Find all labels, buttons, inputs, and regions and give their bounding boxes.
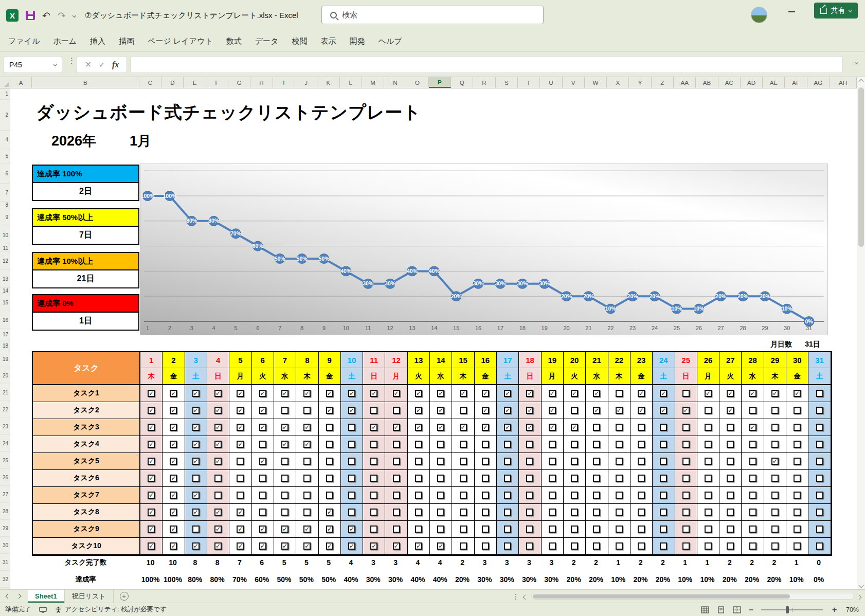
checkbox-cell[interactable]: [452, 436, 474, 453]
task-checkbox[interactable]: [660, 492, 667, 499]
checkbox-cell[interactable]: ✓: [296, 419, 318, 436]
checkbox-cell[interactable]: [408, 521, 430, 538]
checkbox-cell[interactable]: ✓: [140, 453, 163, 470]
task-checkbox[interactable]: ✓: [638, 390, 645, 397]
task-checkbox[interactable]: ✓: [281, 424, 289, 431]
day-number-cell-8[interactable]: 8: [296, 352, 318, 368]
checkbox-cell[interactable]: [363, 487, 385, 504]
day-weekday-cell-21[interactable]: 水: [586, 368, 608, 385]
task-checkbox[interactable]: [526, 526, 533, 533]
checkbox-cell[interactable]: [808, 538, 831, 555]
task-checkbox[interactable]: ✓: [237, 542, 244, 550]
task-checkbox[interactable]: [460, 458, 467, 465]
day-number-cell-20[interactable]: 20: [564, 352, 586, 368]
column-header-W[interactable]: W: [585, 77, 607, 88]
checkbox-cell[interactable]: [319, 453, 341, 470]
task-checkbox[interactable]: [192, 475, 200, 482]
row-header-26[interactable]: 26: [0, 469, 10, 486]
day-number-cell-24[interactable]: 24: [653, 352, 675, 368]
checkbox-cell[interactable]: [719, 436, 742, 453]
checkbox-cell[interactable]: [564, 487, 586, 504]
menu-tab-ホーム[interactable]: ホーム: [53, 37, 77, 46]
checkbox-cell[interactable]: [274, 504, 296, 521]
row-header-11[interactable]: 11: [0, 244, 10, 252]
checkbox-cell[interactable]: ✓: [430, 538, 452, 555]
checkbox-cell[interactable]: [207, 487, 229, 504]
task-checkbox[interactable]: [348, 458, 355, 465]
checkbox-cell[interactable]: ✓: [229, 385, 251, 402]
row-header-2[interactable]: 2: [0, 100, 10, 131]
checkbox-cell[interactable]: [385, 453, 407, 470]
task-checkbox[interactable]: [638, 424, 645, 431]
task-checkbox[interactable]: [526, 492, 533, 499]
task-checkbox[interactable]: [705, 424, 712, 431]
checkbox-cell[interactable]: [452, 470, 474, 487]
task-checkbox[interactable]: [571, 458, 578, 465]
column-header-H[interactable]: H: [250, 77, 273, 88]
task-checkbox[interactable]: ✓: [192, 390, 200, 397]
task-checkbox[interactable]: ✓: [437, 542, 444, 550]
checkbox-cell[interactable]: [430, 436, 452, 453]
checkbox-cell[interactable]: [719, 470, 742, 487]
task-checkbox[interactable]: [259, 441, 266, 448]
checkbox-cell[interactable]: [296, 402, 318, 419]
page-layout-view-icon[interactable]: [717, 606, 725, 613]
checkbox-cell[interactable]: ✓: [542, 385, 564, 402]
task-checkbox[interactable]: ✓: [348, 526, 355, 533]
task-checkbox[interactable]: [660, 458, 667, 465]
checkbox-cell[interactable]: [586, 453, 608, 470]
checkbox-cell[interactable]: [786, 470, 808, 487]
checkbox-cell[interactable]: ✓: [319, 385, 341, 402]
column-header-P[interactable]: P: [429, 77, 451, 88]
checkbox-cell[interactable]: [675, 470, 697, 487]
task-checkbox[interactable]: [348, 492, 355, 499]
task-checkbox[interactable]: [682, 492, 690, 499]
column-header-M[interactable]: M: [362, 77, 384, 88]
checkbox-cell[interactable]: [808, 487, 831, 504]
task-checkbox[interactable]: [682, 475, 690, 482]
column-header-K[interactable]: K: [317, 77, 339, 88]
task-checkbox[interactable]: [393, 475, 400, 482]
task-checkbox[interactable]: [326, 424, 333, 431]
day-weekday-cell-15[interactable]: 木: [452, 368, 474, 385]
checkbox-cell[interactable]: [341, 470, 363, 487]
checkbox-cell[interactable]: ✓: [163, 385, 185, 402]
task-checkbox[interactable]: [549, 458, 556, 465]
task-checkbox[interactable]: [638, 441, 645, 448]
task-checkbox[interactable]: ✓: [237, 407, 244, 414]
task-checkbox[interactable]: ✓: [259, 542, 266, 550]
checkbox-cell[interactable]: ✓: [207, 453, 229, 470]
task-checkbox[interactable]: [593, 526, 600, 533]
row-header-18[interactable]: 18: [0, 340, 10, 351]
checkbox-cell[interactable]: [719, 538, 742, 555]
checkbox-cell[interactable]: [341, 436, 363, 453]
task-checkbox[interactable]: ✓: [170, 509, 177, 516]
task-checkbox[interactable]: [460, 475, 467, 482]
checkbox-cell[interactable]: ✓: [319, 504, 341, 521]
task-checkbox[interactable]: [794, 509, 801, 516]
task-checkbox[interactable]: ✓: [148, 441, 155, 448]
task-checkbox[interactable]: ✓: [192, 509, 200, 516]
row-header-9[interactable]: 9: [0, 208, 10, 226]
checkbox-cell[interactable]: ✓: [207, 436, 229, 453]
day-number-cell-31[interactable]: 31: [808, 352, 831, 368]
day-weekday-cell-13[interactable]: 火: [408, 368, 430, 385]
checkbox-cell[interactable]: ✓: [229, 504, 251, 521]
row-header-7[interactable]: 7: [0, 184, 10, 202]
zoom-in-button[interactable]: ＋: [831, 605, 838, 614]
day-number-cell-21[interactable]: 21: [586, 352, 608, 368]
day-number-cell-14[interactable]: 14: [430, 352, 452, 368]
page-break-view-icon[interactable]: [733, 606, 741, 613]
day-weekday-cell-28[interactable]: 水: [742, 368, 764, 385]
checkbox-cell[interactable]: ✓: [140, 385, 163, 402]
task-checkbox[interactable]: [281, 458, 289, 465]
task-checkbox[interactable]: [749, 509, 756, 516]
task-checkbox[interactable]: ✓: [303, 424, 311, 431]
task-checkbox[interactable]: ✓: [281, 441, 289, 448]
checkbox-cell[interactable]: [653, 504, 675, 521]
day-weekday-cell-19[interactable]: 月: [542, 368, 564, 385]
task-checkbox[interactable]: ✓: [170, 458, 177, 465]
task-checkbox[interactable]: [460, 407, 467, 414]
row-header-1[interactable]: 1: [0, 88, 10, 100]
task-checkbox[interactable]: [749, 475, 756, 482]
